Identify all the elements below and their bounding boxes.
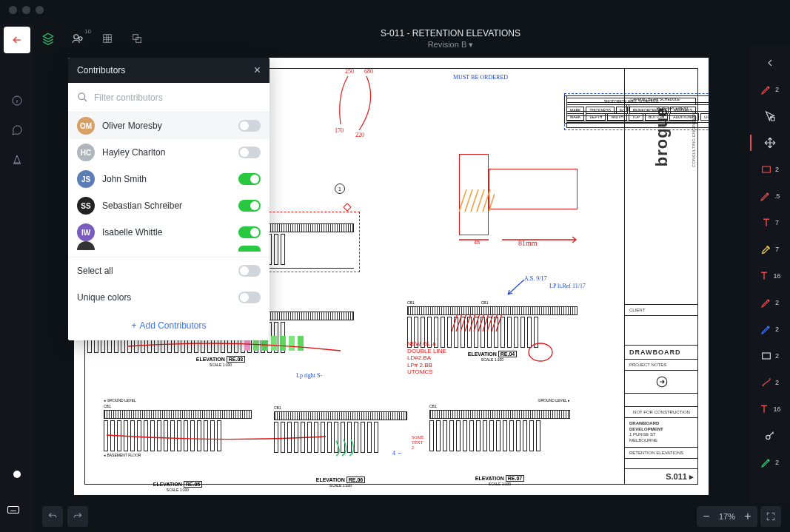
zoom-out-button[interactable]: −	[697, 506, 716, 527]
text-tool[interactable]: 16	[754, 398, 786, 420]
avatar: SS	[77, 197, 95, 215]
svg-point-12	[529, 343, 552, 361]
contributor-name: Isabelle Whittle	[102, 227, 231, 238]
chevron-left-icon	[764, 57, 776, 69]
avatar: HC	[77, 144, 95, 161]
info-icon[interactable]	[4, 87, 30, 114]
pen-tool[interactable]: 2	[754, 292, 786, 314]
svg-rect-8	[763, 353, 771, 359]
pen-tool[interactable]: .5	[754, 185, 786, 207]
svg-point-9	[766, 435, 769, 439]
elevation-re05: ◂ GROUND LEVEL CB1 ◂ BASEMENT FLOOR ELEV…	[104, 398, 252, 492]
avatar: OM	[77, 117, 95, 135]
zoom-dot[interactable]	[36, 6, 44, 14]
plus-icon: +	[131, 320, 136, 331]
redo-button[interactable]	[67, 506, 88, 527]
contributor-row[interactable]: SS Sebastian Schreiber	[68, 192, 270, 219]
avatar: IW	[77, 223, 95, 241]
bottom-bar: − 17% +	[33, 501, 790, 532]
avatar: JS	[77, 170, 95, 188]
move-icon	[764, 137, 776, 149]
unique-colors-toggle[interactable]	[238, 292, 261, 303]
minimize-dot[interactable]	[22, 6, 30, 14]
hatch-icon	[459, 189, 495, 219]
contributors-icon[interactable]: 10	[63, 25, 93, 52]
close-dot[interactable]	[9, 6, 17, 14]
chevron-left-tool[interactable]	[754, 52, 786, 74]
zoom-in-button[interactable]: +	[738, 506, 757, 527]
rect-icon	[760, 164, 772, 175]
contributor-row[interactable]: HC Hayley Charlton	[68, 139, 270, 166]
contributor-toggle[interactable]	[238, 200, 261, 212]
pen-tool[interactable]: 2	[754, 78, 786, 101]
svg-rect-1	[7, 507, 19, 514]
close-icon[interactable]: ×	[254, 64, 261, 77]
text-tool[interactable]: 16	[754, 265, 786, 287]
right-toolbar: 22.577162222162	[749, 44, 790, 502]
chevron-down-icon: ▾	[469, 40, 473, 49]
key-tool[interactable]	[754, 425, 786, 447]
search-icon	[77, 92, 88, 103]
window-traffic-lights	[9, 6, 44, 14]
pen-icon	[760, 457, 772, 468]
unique-colors-row[interactable]: Unique colors	[68, 284, 270, 311]
select-all-row[interactable]: Select all	[68, 257, 270, 284]
svg-rect-5	[136, 38, 141, 43]
add-contributors-button[interactable]: + Add Contributors	[68, 311, 270, 340]
rect-tool[interactable]: 2	[754, 158, 786, 181]
left-sidebar	[0, 24, 33, 532]
undo-button[interactable]	[42, 506, 63, 527]
highlighter-icon	[760, 243, 772, 255]
select-all-toggle[interactable]	[238, 265, 261, 277]
elevation-re07: GROUND LEVEL ▸ CB1 ELEVATIONRE.07 SCALE …	[429, 398, 570, 486]
move-tool[interactable]	[754, 132, 786, 154]
filter-contributors-input[interactable]	[94, 92, 261, 103]
contributors-panel: Contributors × OM Oliver Moresby HC Hayl…	[68, 58, 270, 340]
back-button[interactable]	[4, 27, 30, 53]
contributor-row[interactable]: OM Oliver Moresby	[68, 112, 270, 139]
text-icon	[758, 403, 770, 415]
pen-icon	[760, 297, 772, 309]
highlighter-tool[interactable]: 7	[754, 238, 786, 260]
contributor-row[interactable]: IW Isabelle Whittle	[68, 219, 270, 246]
pen-icon	[760, 190, 771, 202]
pen-tool[interactable]: 2	[754, 451, 786, 474]
layers-icon[interactable]	[33, 25, 63, 52]
revision-dropdown[interactable]: Revision B ▾	[152, 40, 749, 50]
svg-rect-4	[133, 35, 138, 40]
rect-icon	[760, 350, 772, 362]
chat-icon[interactable]	[4, 117, 30, 144]
panel-title: Contributors	[77, 65, 125, 75]
red-arrows	[333, 73, 452, 139]
document-title: S-011 - RETENTION ELEVATIONS	[152, 28, 749, 38]
contributor-toggle[interactable]	[238, 226, 261, 238]
contributor-name: Sebastian Schreiber	[102, 201, 231, 211]
svg-point-13	[78, 93, 85, 100]
compare-icon[interactable]	[122, 25, 152, 52]
contributor-row[interactable]: JS John Smith	[68, 166, 270, 192]
contributor-toggle[interactable]	[238, 120, 261, 132]
pen-icon	[760, 84, 772, 95]
pen-tool[interactable]: 2	[754, 318, 786, 340]
fullscreen-button[interactable]	[760, 506, 781, 527]
cursor-tool[interactable]	[754, 105, 786, 127]
contributor-name: Oliver Moresby	[102, 121, 231, 131]
red-detail-horiz	[489, 169, 578, 209]
keyboard-icon[interactable]	[0, 496, 27, 523]
svg-point-2	[74, 35, 78, 39]
contributor-toggle[interactable]	[238, 147, 261, 158]
status-indicator	[4, 461, 30, 488]
shotcrete-wall-schedule: SHOTCRETE WALL SCHEDULE MARKTHICKNESSFcR…	[564, 95, 698, 124]
contributor-toggle[interactable]	[238, 173, 261, 185]
node-marker: 1	[335, 183, 345, 194]
line-icon	[760, 377, 772, 388]
zoom-value: 17%	[716, 512, 738, 521]
north-arrow-icon	[625, 370, 698, 393]
text-tool[interactable]: 7	[754, 212, 786, 234]
cone-icon[interactable]	[4, 147, 30, 173]
contributor-name: John Smith	[102, 174, 231, 184]
grid-icon[interactable]	[93, 25, 122, 52]
rect-tool[interactable]: 2	[754, 345, 786, 367]
line-tool[interactable]: 2	[754, 371, 786, 394]
contributors-count-badge: 10	[84, 28, 91, 35]
